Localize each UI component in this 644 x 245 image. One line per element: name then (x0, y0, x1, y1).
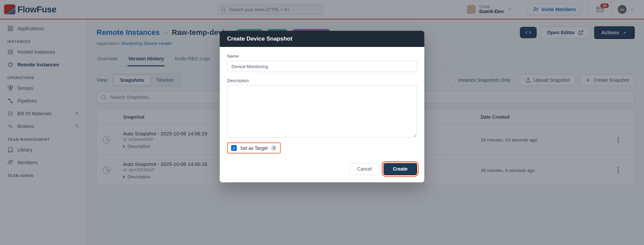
description-label: Description (227, 78, 417, 83)
cancel-button[interactable]: Cancel (350, 163, 380, 175)
set-as-target-label: Set as Target (240, 145, 268, 151)
set-as-target-checkbox[interactable]: ✓ Set as Target ? (227, 142, 281, 154)
modal-overlay: Create Device Snapshot Name Description … (0, 0, 644, 245)
name-label: Name (227, 54, 417, 59)
help-icon[interactable]: ? (271, 145, 277, 151)
modal-footer: Cancel Create (220, 161, 424, 182)
create-snapshot-modal: Create Device Snapshot Name Description … (220, 31, 424, 182)
checkbox-checked-icon: ✓ (231, 145, 237, 151)
create-button[interactable]: Create (383, 163, 417, 175)
modal-body: Name Description ✓ Set as Target ? (220, 47, 424, 161)
modal-title: Create Device Snapshot (220, 31, 424, 47)
snapshot-name-input[interactable] (227, 61, 417, 72)
snapshot-description-textarea[interactable] (227, 85, 417, 137)
